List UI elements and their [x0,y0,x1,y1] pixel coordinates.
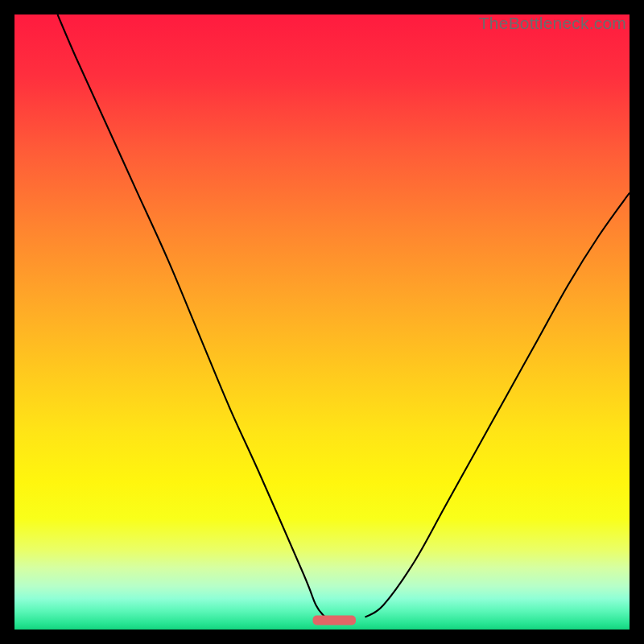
curve-left [57,14,324,617]
optimum-marker [313,616,357,625]
curve-right [365,193,630,617]
chart-frame: TheBottleneck.com [0,0,644,644]
bottleneck-curves [14,14,630,630]
watermark-text: TheBottleneck.com [479,14,626,33]
optimum-marker-layer [14,14,630,630]
plot-area [14,14,630,630]
